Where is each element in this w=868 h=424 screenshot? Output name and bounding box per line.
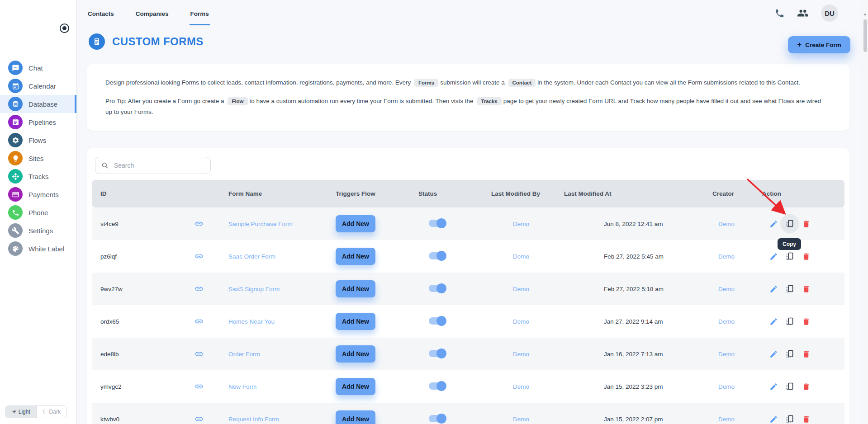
delete-icon[interactable] [802,317,811,326]
delete-icon[interactable] [802,284,811,293]
column-header-creator: Creator [712,190,762,197]
triggers-flow-add-button[interactable]: Add New [336,313,375,330]
last-modified-by-link[interactable]: Demo [513,318,529,325]
edit-icon[interactable] [769,349,778,358]
copy-icon[interactable] [785,317,794,326]
sidebar-item-sites[interactable]: Sites [0,149,76,167]
contacts-icon[interactable] [797,7,809,19]
edit-icon[interactable] [769,219,778,228]
status-toggle[interactable] [429,285,445,292]
form-name-link[interactable]: New Form [228,383,256,390]
tab-forms[interactable]: Forms [190,1,210,25]
last-modified-at: Jan 27, 2022 9:14 am [564,318,712,325]
last-modified-by-link[interactable]: Demo [513,286,529,292]
light-theme-button[interactable]: ☀ Light [6,406,36,418]
scrollbar-thumb[interactable] [863,19,867,52]
form-name-link[interactable]: Request Info Form [228,416,279,423]
status-toggle[interactable] [429,252,445,259]
edit-icon[interactable] [769,284,778,293]
creator-link[interactable]: Demo [718,383,735,390]
sidebar-collapse-button[interactable] [60,24,69,33]
status-toggle[interactable] [429,382,445,390]
form-link-icon[interactable] [194,317,204,326]
status-toggle[interactable] [429,220,445,227]
sidebar-item-database[interactable]: Database [0,95,76,113]
form-link-icon[interactable] [194,219,204,228]
create-form-button[interactable]: + Create Form [788,36,850,53]
forms-table-card: IDForm NameTriggers FlowStatusLast Modif… [87,148,849,424]
scrollbar-up-icon[interactable]: ▲ [863,12,867,16]
sidebar-item-chat[interactable]: Chat [0,59,76,77]
creator-link[interactable]: Demo [718,253,735,260]
tab-contacts[interactable]: Contacts [87,1,115,25]
triggers-flow-add-button[interactable]: Add New [336,248,375,265]
delete-icon[interactable] [802,349,811,358]
sidebar-item-tracks[interactable]: Tracks [0,167,76,185]
form-link-icon[interactable] [194,349,204,358]
copy-icon[interactable] [785,219,794,228]
white-label-icon [8,241,23,256]
last-modified-at: Jun 8, 2022 12:41 am [564,221,712,227]
sidebar-item-pipelines[interactable]: Pipelines [0,113,76,131]
copy-icon[interactable] [785,415,794,424]
last-modified-by-link[interactable]: Demo [513,351,529,358]
form-link-icon[interactable] [194,415,204,424]
creator-link[interactable]: Demo [718,318,735,325]
delete-icon[interactable] [802,415,811,424]
triggers-flow-add-button[interactable]: Add New [336,378,375,395]
delete-icon[interactable] [802,252,811,261]
copy-icon[interactable] [785,252,794,261]
phone-icon[interactable] [774,8,785,19]
status-toggle[interactable] [429,317,445,325]
sidebar-item-flows[interactable]: Flows [0,131,76,149]
tab-companies[interactable]: Companies [135,1,170,25]
triggers-flow-add-button[interactable]: Add New [336,345,375,363]
delete-icon[interactable] [802,382,811,391]
last-modified-at: Feb 27, 2022 5:45 am [564,253,712,260]
form-link-icon[interactable] [194,382,204,391]
sidebar-item-white-label[interactable]: White Label [0,240,76,258]
edit-icon[interactable] [769,252,778,261]
form-name-link[interactable]: Homes Near You [228,318,275,325]
page-scrollbar[interactable]: ▲ [862,0,868,424]
creator-link[interactable]: Demo [718,221,735,227]
form-name-link[interactable]: Saas Order Form [228,253,275,260]
sidebar-item-payments[interactable]: Payments [0,185,76,203]
info-paragraph-1: Design professional looking Forms to col… [105,77,830,88]
database-icon [8,97,23,111]
creator-link[interactable]: Demo [718,286,735,292]
info-text: Pro Tip: After you create a Form go crea… [105,98,226,104]
edit-icon[interactable] [769,415,778,424]
sidebar-item-settings[interactable]: Settings [0,221,76,240]
edit-icon[interactable] [769,317,778,326]
edit-icon[interactable] [769,382,778,391]
form-name-link[interactable]: Order Form [228,351,260,358]
last-modified-by-link[interactable]: Demo [513,383,529,390]
copy-icon[interactable] [785,284,794,293]
triggers-flow-add-button[interactable]: Add New [336,280,375,297]
form-link-icon[interactable] [194,284,204,293]
form-link-icon[interactable] [194,252,204,261]
copy-icon[interactable] [785,349,794,358]
last-modified-by-link[interactable]: Demo [513,416,529,423]
sidebar-item-calendar[interactable]: Calendar [0,77,76,95]
last-modified-by-link[interactable]: Demo [513,253,529,260]
search-input[interactable] [113,161,204,170]
dark-theme-button[interactable]: ☾ Dark [36,406,66,418]
triggers-flow-add-button[interactable]: Add New [336,410,375,424]
form-name-link[interactable]: SasS Signup Form [228,286,280,292]
form-id: ede8lb [92,351,194,358]
status-toggle[interactable] [429,350,445,357]
sidebar-item-phone[interactable]: Phone [0,203,76,221]
copy-icon[interactable] [785,382,794,391]
column-header-triggers-flow: Triggers Flow [336,190,418,197]
form-name-link[interactable]: Sample Purchase Form [228,221,293,227]
sidebar-item-label: White Label [28,245,64,253]
creator-link[interactable]: Demo [718,416,735,423]
last-modified-by-link[interactable]: Demo [513,221,529,227]
status-toggle[interactable] [429,415,445,422]
delete-icon[interactable] [802,219,811,228]
triggers-flow-add-button[interactable]: Add New [336,215,375,232]
creator-link[interactable]: Demo [718,351,735,358]
avatar[interactable]: DU [821,5,838,22]
